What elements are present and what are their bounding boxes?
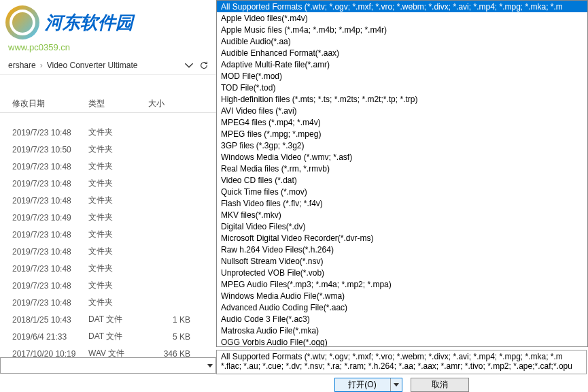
dropdown-item[interactable]: MPEG files (*.mpg; *.mpeg) xyxy=(217,128,587,140)
chevron-down-icon xyxy=(394,383,399,387)
dropdown-item[interactable]: Advanced Audio Coding File(*.aac) xyxy=(217,301,587,313)
cell-date: 2019/7/23 10:48 xyxy=(0,247,88,257)
dropdown-item[interactable]: Video CD files (*.dat) xyxy=(217,174,587,186)
filter-text: All Supported Formats (*.wtv; *.ogv; *.m… xyxy=(221,352,572,371)
table-row[interactable]: 2019/7/23 10:48文件夹 xyxy=(0,260,216,277)
cell-type: 文件夹 xyxy=(88,212,148,223)
filetype-combobox[interactable]: All Supported Formats (*.wtv; *.ogv; *.m… xyxy=(216,350,587,374)
dropdown-item[interactable]: Nullsoft Stream Video(*.nsv) xyxy=(217,255,587,267)
watermark-logo: 河东软件园 www.pc0359.cn xyxy=(0,0,216,48)
dropdown-item[interactable]: Audio Code 3 File(*.ac3) xyxy=(217,313,587,325)
open-button-dropdown[interactable] xyxy=(391,378,402,391)
filetype-dropdown[interactable]: All Supported Formats (*.wtv; *.ogv; *.m… xyxy=(216,0,588,347)
logo-text: 河东软件园 xyxy=(45,11,133,35)
column-date[interactable]: 修改日期 xyxy=(0,98,88,110)
dropdown-item[interactable]: 3GP files (*.3gp; *.3g2) xyxy=(217,140,587,151)
cell-date: 2019/7/23 10:48 xyxy=(0,128,88,137)
dropdown-item[interactable]: Apple Video files(*.m4v) xyxy=(217,12,587,24)
table-row[interactable]: 2019/7/23 10:48文件夹 xyxy=(0,243,216,260)
logo-icon xyxy=(5,5,39,39)
table-row[interactable]: 2019/6/4 21:33DAT 文件5 KB xyxy=(0,328,216,345)
chevron-right-icon: › xyxy=(39,61,44,70)
cell-type: DAT 文件 xyxy=(88,331,148,342)
dropdown-item[interactable]: Windows Media Audio File(*.wma) xyxy=(217,290,587,301)
dropdown-item[interactable]: Audible Audio(*.aa) xyxy=(217,35,587,47)
dropdown-item[interactable]: Matroska Audio File(*.mka) xyxy=(217,325,587,336)
cell-type: 文件夹 xyxy=(88,263,148,274)
cell-type: 文件夹 xyxy=(88,127,148,138)
cell-date: 2019/7/23 10:48 xyxy=(0,298,88,308)
cell-type: 文件夹 xyxy=(88,297,148,308)
dropdown-item[interactable]: MOD File(*.mod) xyxy=(217,70,587,82)
dropdown-item[interactable]: Digital Video Files(*.dv) xyxy=(217,220,587,232)
table-row[interactable]: 2019/7/23 10:48文件夹 xyxy=(0,192,216,209)
dropdown-item[interactable]: Unprotected VOB File(*.vob) xyxy=(217,267,587,278)
breadcrumb-item[interactable]: ershare xyxy=(5,61,39,70)
cell-type: 文件夹 xyxy=(88,246,148,257)
dropdown-item[interactable]: Microsoft Digital Video Recorder(*.dvr-m… xyxy=(217,232,587,244)
table-row[interactable]: 2019/7/23 10:50文件夹 xyxy=(0,141,216,158)
table-row[interactable]: 2019/7/23 10:48文件夹 xyxy=(0,124,216,141)
cell-date: 2019/7/23 10:48 xyxy=(0,281,88,291)
dropdown-item[interactable]: Real Media files (*.rm, *.rmvb) xyxy=(217,163,587,174)
cell-date: 2019/6/4 21:33 xyxy=(0,332,88,342)
chevron-down-icon[interactable] xyxy=(184,60,194,71)
dropdown-item[interactable]: AVI Video files (*.avi) xyxy=(217,105,587,116)
table-row[interactable]: 2019/7/23 10:48文件夹 xyxy=(0,158,216,175)
table-row[interactable]: 2018/1/25 10:43DAT 文件1 KB xyxy=(0,311,216,328)
dropdown-item[interactable]: TOD File(*.tod) xyxy=(217,82,587,93)
cell-date: 2019/7/23 10:48 xyxy=(0,196,88,206)
filename-input[interactable] xyxy=(0,357,216,374)
table-row[interactable]: 2019/7/23 10:48文件夹 xyxy=(0,277,216,294)
cell-type: 文件夹 xyxy=(88,195,148,206)
cell-date: 2018/1/25 10:43 xyxy=(0,315,88,325)
table-row[interactable]: 2019/7/23 10:48文件夹 xyxy=(0,226,216,243)
cell-size: 5 KB xyxy=(148,332,196,342)
breadcrumb-item[interactable]: Video Converter Ultimate xyxy=(44,61,141,70)
table-row[interactable]: 2019/7/23 10:49文件夹 xyxy=(0,209,216,226)
cell-type: DAT 文件 xyxy=(88,314,148,325)
cell-date: 2019/7/23 10:48 xyxy=(0,179,88,189)
column-size[interactable]: 大小 xyxy=(148,98,196,110)
cancel-button[interactable]: 取消 xyxy=(411,378,469,392)
cell-type: 文件夹 xyxy=(88,178,148,189)
column-headers[interactable]: 修改日期 类型 大小 xyxy=(0,95,216,113)
dropdown-item[interactable]: Flash Video files (*.flv; *.f4v) xyxy=(217,197,587,209)
cell-size: 1 KB xyxy=(148,315,196,325)
logo-url: www.pc0359.cn xyxy=(0,42,215,52)
open-button[interactable]: 打开(O) xyxy=(334,378,402,392)
cell-date: 2019/7/23 10:48 xyxy=(0,162,88,172)
cell-date: 2019/7/23 10:48 xyxy=(0,230,88,240)
cell-type: 文件夹 xyxy=(88,144,148,155)
dropdown-item[interactable]: Adaptive Multi-Rate file(*.amr) xyxy=(217,59,587,70)
dropdown-item[interactable]: OGG Vorbis Audio File(*.ogg) xyxy=(217,336,587,347)
table-row[interactable]: 2019/7/23 10:48文件夹 xyxy=(0,175,216,192)
cell-date: 2019/7/23 10:49 xyxy=(0,213,88,223)
dropdown-item[interactable]: MPEG4 files (*.mp4; *.m4v) xyxy=(217,116,587,128)
open-button-label[interactable]: 打开(O) xyxy=(335,378,391,391)
dropdown-item[interactable]: Raw h.264 Video Files(*.h.264) xyxy=(217,244,587,255)
cell-type: 文件夹 xyxy=(88,229,148,240)
dialog-buttons: 打开(O) 取消 xyxy=(216,377,587,392)
column-type[interactable]: 类型 xyxy=(88,98,148,110)
file-list: 修改日期 类型 大小 2019/7/23 10:48文件夹2019/7/23 1… xyxy=(0,95,216,362)
cell-date: 2019/7/23 10:50 xyxy=(0,145,88,154)
dropdown-item[interactable]: MKV files(*.mkv) xyxy=(217,209,587,220)
cell-type: 文件夹 xyxy=(88,161,148,172)
dropdown-item[interactable]: MPEG Audio Files(*.mp3; *.m4a; *.mp2; *.… xyxy=(217,278,587,290)
cell-type: 文件夹 xyxy=(88,280,148,291)
dropdown-item[interactable]: Windows Media Video (*.wmv; *.asf) xyxy=(217,151,587,163)
table-row[interactable]: 2019/7/23 10:48文件夹 xyxy=(0,294,216,311)
dropdown-item[interactable]: High-definition files (*.mts; *.ts; *.m2… xyxy=(217,93,587,105)
cell-date: 2019/7/23 10:48 xyxy=(0,264,88,274)
dropdown-item[interactable]: Audible Enhanced Format(*.aax) xyxy=(217,47,587,59)
dropdown-item[interactable]: Quick Time files (*.mov) xyxy=(217,186,587,197)
dropdown-item[interactable]: All Supported Formats (*.wtv; *.ogv; *.m… xyxy=(217,1,587,12)
refresh-icon[interactable] xyxy=(197,59,211,72)
dropdown-item[interactable]: Apple Music files (*.m4a; *.m4b; *.m4p; … xyxy=(217,24,587,35)
breadcrumb[interactable]: ershare › Video Converter Ultimate xyxy=(0,56,216,75)
